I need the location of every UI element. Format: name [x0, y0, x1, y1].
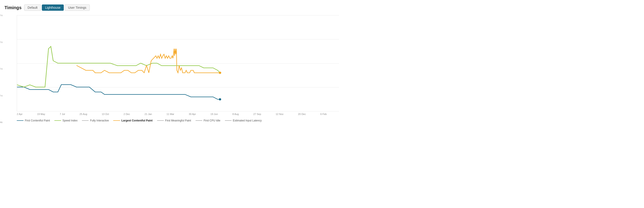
legend-label-fi: Fully Interactive [90, 119, 109, 122]
tab-default[interactable]: Default [24, 4, 41, 11]
legend-si: Speed Index [54, 119, 78, 122]
dot-lcp [219, 72, 221, 74]
x-label-12: 12 Nov [276, 113, 284, 116]
legend-fmp: First Meaningful Paint [157, 119, 191, 122]
y-label-0: 0 ms [0, 121, 2, 124]
header: Timings Default Lighthouse User Timings [4, 4, 327, 11]
y-label-10: 10.0 s [0, 67, 2, 70]
grid-line-0 [17, 111, 339, 112]
x-label-7: 11 Mar [166, 113, 174, 116]
tab-lighthouse[interactable]: Lighthouse [42, 4, 64, 11]
x-axis: 2 Apr 19 May 7 Jul 25 Aug 13 Oct 2 Dec 2… [17, 113, 327, 116]
x-label-5: 2 Dec [124, 113, 130, 116]
legend-line-fcpu [196, 120, 202, 121]
line-speed-index [17, 46, 220, 87]
legend-label-fcp: First Contentful Paint [25, 119, 50, 122]
legend-fcpu: First CPU Idle [196, 119, 220, 122]
x-label-13: 20 Dec [298, 113, 306, 116]
x-label-8: 30 Apr [189, 113, 196, 116]
legend-line-eil [225, 120, 232, 121]
x-label-10: 8 Aug [232, 113, 239, 116]
legend-line-fmp [157, 120, 164, 121]
x-label-11: 27 Sep [253, 113, 261, 116]
line-largest-contentful-paint [76, 49, 220, 73]
x-label-6: 21 Jan [144, 113, 152, 116]
legend-line-fi [82, 120, 88, 121]
x-label-1: 19 May [37, 113, 45, 116]
legend-fcp: First Contentful Paint [17, 119, 50, 122]
page-container: Timings Default Lighthouse User Timings … [4, 4, 327, 122]
legend: First Contentful Paint Speed Index Fully… [17, 119, 327, 122]
legend-label-lcp: Largest Contentful Paint [121, 119, 152, 122]
legend-label-si: Speed Index [62, 119, 78, 122]
y-label-20: 20.0 s [0, 14, 2, 16]
y-label-15: 15.0 s [0, 41, 2, 44]
tab-group: Default Lighthouse User Timings [24, 4, 90, 11]
tab-user-timings[interactable]: User Timings [65, 4, 90, 11]
y-label-5: 5.0 s [0, 94, 2, 97]
x-label-0: 2 Apr [17, 113, 22, 116]
x-label-3: 25 Aug [80, 113, 87, 116]
page-title: Timings [4, 5, 22, 10]
chart-svg [17, 15, 339, 111]
legend-label-fcpu: First CPU Idle [204, 119, 220, 122]
legend-fi: Fully Interactive [82, 119, 109, 122]
y-axis: 20.0 s 15.0 s 10.0 s 5.0 s 0 ms [0, 15, 3, 122]
dot-fcp [219, 98, 221, 100]
x-label-14: 6 Feb [320, 113, 327, 116]
x-label-9: 19 Jun [210, 113, 218, 116]
legend-label-eil: Estimated Input Latency [233, 119, 262, 122]
legend-eil: Estimated Input Latency [225, 119, 262, 122]
legend-lcp: Largest Contentful Paint [113, 119, 152, 122]
x-label-4: 13 Oct [102, 113, 109, 116]
legend-line-fcp [17, 120, 24, 121]
chart-area [17, 15, 339, 112]
x-label-2: 7 Jul [60, 113, 65, 116]
legend-label-fmp: First Meaningful Paint [165, 119, 191, 122]
legend-line-si [54, 120, 61, 121]
legend-line-lcp [113, 120, 120, 121]
line-first-contentful-paint [17, 84, 220, 99]
